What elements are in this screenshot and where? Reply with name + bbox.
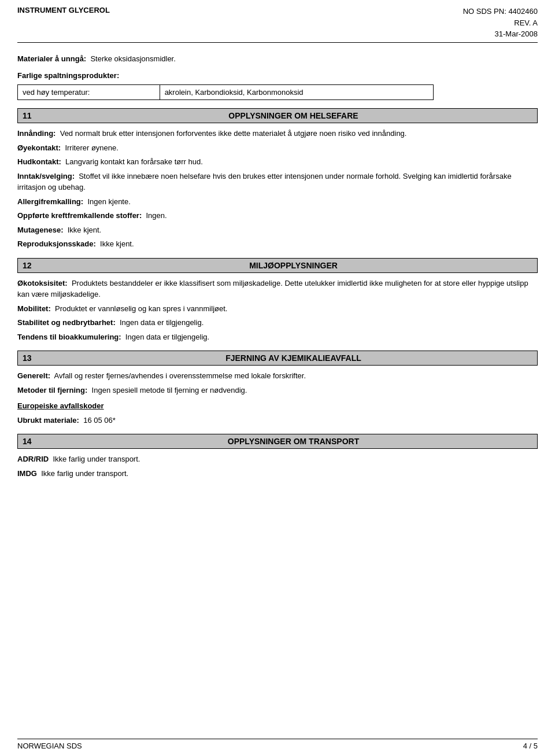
footer-right: 4 / 5 [523,742,538,750]
section11-number: 11 [23,111,37,120]
okotoks-text: Produktets bestanddeler er ikke klassifi… [17,279,528,299]
decomp-table: ved høy temperatur: akrolein, Karbondiok… [17,84,434,101]
stabilitet-paragraph: Stabilitet og nedbrytbarhet: Ingen data … [17,317,538,329]
decomp-sub-label: ved høy temperatur: [18,84,160,100]
metoder-text: Ingen spesiell metode til fjerning er nø… [92,386,247,394]
allergi-text: Ingen kjente. [87,197,130,206]
stabilitet-label: Stabilitet og nedbrytbarhet: [17,318,116,327]
decomp-label-text: Farlige spaltningsprodukter: [17,70,538,82]
innanding-label: Innånding: [17,129,56,138]
stabilitet-text: Ingen data er tilgjengelig. [120,318,204,327]
generelt-label: Generelt: [17,371,50,380]
section13-content: Generelt: Avfall og rester fjernes/avhen… [17,370,538,426]
metoder-paragraph: Metoder til fjerning: Ingen spesiell met… [17,385,538,396]
repro-label: Reproduksjonsskade: [17,239,96,248]
inntak-text: Stoffet vil ikke innebære noen helsefare… [17,172,512,192]
decomp-block: Farlige spaltningsprodukter: ved høy tem… [17,70,538,100]
materials-avoid-label: Materialer å unngå: [17,54,86,63]
hudkontakt-label: Hudkontakt: [17,157,61,166]
mobilitet-label: Mobilitet: [17,304,51,313]
sds-number: NO SDS PN: 4402460 [463,6,538,17]
okotoks-label: Økotoksisitet: [17,279,68,287]
generelt-paragraph: Generelt: Avfall og rester fjernes/avhen… [17,370,538,382]
section13-title: FJERNING AV KJEMIKALIEAVFALL [54,353,532,363]
hudkontakt-text: Langvarig kontakt kan forårsake tørr hud… [65,157,203,166]
page-header: INSTRUMENT GLYCEROL NO SDS PN: 4402460 R… [17,6,538,43]
section12-title: MILJØOPPLYSNINGER [54,261,532,270]
tendens-text: Ingen data er tilgjengelig. [125,333,209,341]
decomp-row: ved høy temperatur: akrolein, Karbondiok… [18,84,434,100]
section12-content: Økotoksisitet: Produktets bestanddeler e… [17,278,538,343]
generelt-text: Avfall og rester fjernes/avhendes i over… [54,371,306,380]
repro-text: Ikke kjent. [100,239,134,248]
section14-number: 14 [23,437,37,446]
kreft-label: Oppførte kreftfremkallende stoffer: [17,211,142,220]
oyekontakt-label: Øyekontakt: [17,143,61,152]
materials-avoid-text: Materialer å unngå: Sterke oksidasjonsmi… [17,53,538,65]
inntak-label: Inntak/svelging: [17,172,75,180]
page: INSTRUMENT GLYCEROL NO SDS PN: 4402460 R… [0,0,555,756]
page-footer: NORWEGIAN SDS 4 / 5 [17,739,538,750]
section11-title: OPPLYSNINGER OM HELSEFARE [54,111,532,120]
metoder-label: Metoder til fjerning: [17,386,87,394]
innanding-paragraph: Innånding: Ved normalt bruk etter intens… [17,128,538,139]
allergi-label: Allergifremkalling: [17,197,83,206]
eu-label-paragraph: Europeiske avfallskoder [17,400,538,412]
ubrukt-label: Ubrukt materiale: [17,416,79,425]
repro-paragraph: Reproduksjonsskade: Ikke kjent. [17,238,538,250]
section14-header: 14 OPPLYSNINGER OM TRANSPORT [17,434,538,449]
decomp-value: akrolein, Karbondioksid, Karbonmonoksid [160,84,433,100]
decomp-label: Farlige spaltningsprodukter: [17,71,119,80]
kreft-paragraph: Oppførte kreftfremkallende stoffer: Inge… [17,210,538,222]
eu-avfallskoder-label: Europeiske avfallskoder [17,401,104,410]
ubrukt-value: 16 05 06* [83,416,116,425]
document-info: NO SDS PN: 4402460 REV. A 31-Mar-2008 [463,6,538,40]
kreft-text: Ingen. [146,211,167,220]
revision: REV. A [463,17,538,29]
okotoks-paragraph: Økotoksisitet: Produktets bestanddeler e… [17,278,538,300]
section11-header: 11 OPPLYSNINGER OM HELSEFARE [17,108,538,123]
section11-content: Innånding: Ved normalt bruk etter intens… [17,128,538,250]
imdg-text: Ikke farlig under transport. [41,469,128,478]
imdg-paragraph: IMDG Ikke farlig under transport. [17,468,538,480]
oyekontakt-text: Irriterer øynene. [65,143,118,152]
section14-title: OPPLYSNINGER OM TRANSPORT [54,437,532,446]
tendens-paragraph: Tendens til bioakkumulering: Ingen data … [17,331,538,343]
document-title: INSTRUMENT GLYCEROL [17,6,110,14]
section12-header: 12 MILJØOPPLYSNINGER [17,258,538,273]
materials-avoid-block: Materialer å unngå: Sterke oksidasjonsmi… [17,53,538,65]
mobilitet-paragraph: Mobilitet: Produktet er vannløselig og k… [17,303,538,315]
footer-left: NORWEGIAN SDS [17,742,82,750]
allergi-paragraph: Allergifremkalling: Ingen kjente. [17,196,538,208]
section13-header: 13 FJERNING AV KJEMIKALIEAVFALL [17,351,538,366]
oyekontakt-paragraph: Øyekontakt: Irriterer øynene. [17,142,538,154]
ubrukt-paragraph: Ubrukt materiale: 16 05 06* [17,415,538,426]
adr-text: Ikke farlig under transport. [53,455,140,463]
adr-paragraph: ADR/RID Ikke farlig under transport. [17,453,538,465]
date: 31-Mar-2008 [463,28,538,40]
inntak-paragraph: Inntak/svelging: Stoffet vil ikke innebæ… [17,171,538,193]
mutagenese-text: Ikke kjent. [68,226,102,234]
imdg-label: IMDG [17,469,37,478]
materials-avoid-value: Sterke oksidasjonsmidler. [90,54,175,63]
mutagenese-paragraph: Mutagenese: Ikke kjent. [17,224,538,236]
hudkontakt-paragraph: Hudkontakt: Langvarig kontakt kan forårs… [17,156,538,168]
mobilitet-text: Produktet er vannløselig og kan spres i … [55,304,227,313]
tendens-label: Tendens til bioakkumulering: [17,333,121,341]
adr-label: ADR/RID [17,455,49,463]
innanding-text: Ved normalt bruk etter intensjonen forfo… [60,129,407,138]
section14-content: ADR/RID Ikke farlig under transport. IMD… [17,453,538,479]
section12-number: 12 [23,261,37,270]
mutagenese-label: Mutagenese: [17,226,63,234]
section13-number: 13 [23,353,37,363]
